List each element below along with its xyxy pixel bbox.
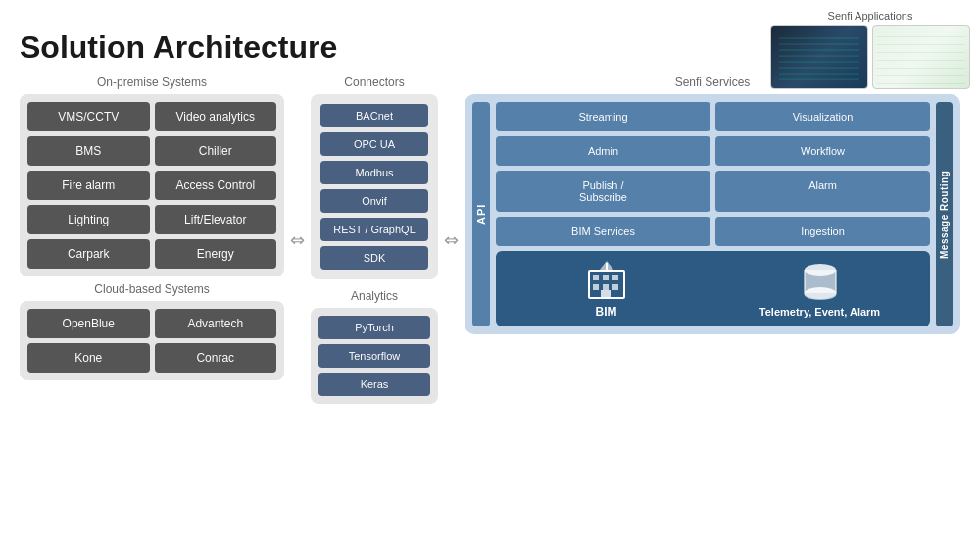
sys-energy: Energy bbox=[155, 239, 277, 269]
svc-alarm: Alarm bbox=[715, 171, 930, 212]
svg-rect-4 bbox=[593, 284, 599, 290]
sys-kone: Kone bbox=[27, 343, 150, 373]
sys-advantech: Advantech bbox=[155, 309, 277, 338]
svg-rect-3 bbox=[612, 275, 618, 280]
analytics-tensorflow: Tensorflow bbox=[318, 344, 430, 368]
right-services-column: Senfi Services API Streaming Visualizati… bbox=[465, 75, 960, 334]
cylinder-icon bbox=[801, 260, 840, 303]
svc-admin: Admin bbox=[496, 136, 710, 166]
svg-rect-5 bbox=[603, 284, 609, 290]
connectors-label: Connectors bbox=[311, 75, 438, 89]
cloud-section-label: Cloud-based Systems bbox=[20, 282, 284, 296]
sys-vms-cctv: VMS/CCTV bbox=[27, 102, 150, 131]
conn-onvif: Onvif bbox=[320, 189, 428, 213]
svg-rect-6 bbox=[612, 284, 618, 290]
analytics-box: PyTorch Tensorflow Keras bbox=[311, 308, 438, 404]
sys-openblue: OpenBlue bbox=[27, 309, 150, 338]
svc-workflow: Workflow bbox=[715, 136, 930, 166]
conn-bacnet: BACnet bbox=[320, 104, 428, 127]
sys-chiller: Chiller bbox=[155, 136, 277, 166]
svc-ingestion: Ingestion bbox=[715, 217, 930, 246]
sys-bms: BMS bbox=[27, 136, 150, 166]
svc-bim-services: BIM Services bbox=[496, 217, 710, 246]
svc-streaming: Streaming bbox=[496, 102, 710, 131]
svc-publish-subscribe: Publish /Subscribe bbox=[496, 171, 710, 212]
app-screenshot-table bbox=[872, 25, 970, 89]
analytics-keras: Keras bbox=[318, 373, 430, 396]
arrow-right: ⇔ bbox=[444, 229, 459, 251]
sys-carpark: Carpark bbox=[27, 239, 150, 269]
message-routing-label: Message Routing bbox=[936, 102, 953, 326]
svg-rect-7 bbox=[601, 290, 611, 298]
analytics-label: Analytics bbox=[311, 289, 438, 303]
svg-rect-1 bbox=[593, 275, 599, 280]
sys-lighting: Lighting bbox=[27, 205, 150, 234]
bim-label: BIM bbox=[596, 305, 617, 319]
senfi-apps-label: Senfi Applications bbox=[828, 10, 913, 22]
telemetry-cell: Telemetry, Event, Alarm bbox=[715, 259, 924, 319]
telemetry-label: Telemetry, Event, Alarm bbox=[760, 306, 880, 318]
services-top-grid: Streaming Visualization Admin Workflow P… bbox=[496, 102, 930, 246]
services-bottom: BIM Telemetry, Event, Alarm bbox=[496, 251, 930, 326]
building-icon bbox=[585, 259, 628, 302]
svc-visualization: Visualization bbox=[715, 102, 930, 131]
center-column: Connectors BACnet OPC UA Modbus Onvif RE… bbox=[311, 75, 438, 404]
bim-cell: BIM bbox=[502, 259, 710, 319]
cloud-box: OpenBlue Advantech Kone Conrac bbox=[20, 301, 284, 380]
senfi-services-grid: Streaming Visualization Admin Workflow P… bbox=[496, 102, 930, 326]
analytics-pytorch: PyTorch bbox=[318, 316, 430, 339]
page: Senfi Applications Solution Architecture… bbox=[0, 0, 980, 552]
svg-rect-2 bbox=[603, 275, 609, 280]
sys-conrac: Conrac bbox=[155, 343, 277, 373]
main-layout: On-premise Systems VMS/CCTV Video analyt… bbox=[20, 75, 960, 404]
senfi-applications-panel: Senfi Applications bbox=[770, 10, 970, 89]
conn-opc-ua: OPC UA bbox=[320, 132, 428, 156]
api-label: API bbox=[472, 102, 490, 326]
on-premise-section-label: On-premise Systems bbox=[20, 75, 284, 89]
conn-sdk: SDK bbox=[320, 246, 428, 270]
left-systems-column: On-premise Systems VMS/CCTV Video analyt… bbox=[20, 75, 284, 380]
conn-modbus: Modbus bbox=[320, 161, 428, 184]
on-premise-box: VMS/CCTV Video analytics BMS Chiller Fir… bbox=[20, 94, 284, 276]
arrow-left: ⇔ bbox=[290, 229, 305, 251]
senfi-services-box: API Streaming Visualization Admin Workfl… bbox=[465, 94, 960, 334]
on-premise-grid: VMS/CCTV Video analytics BMS Chiller Fir… bbox=[27, 102, 276, 269]
connectors-box: BACnet OPC UA Modbus Onvif REST / GraphQ… bbox=[311, 94, 438, 279]
app-screenshots bbox=[770, 25, 970, 89]
app-screenshot-3d bbox=[770, 25, 868, 89]
cloud-grid: OpenBlue Advantech Kone Conrac bbox=[27, 309, 276, 373]
svg-marker-9 bbox=[599, 261, 614, 271]
sys-access-control: Access Control bbox=[155, 171, 277, 200]
conn-rest-graphql: REST / GraphQL bbox=[320, 218, 428, 241]
sys-fire-alarm: Fire alarm bbox=[27, 171, 150, 200]
sys-lift-elevator: Lift/Elevator bbox=[155, 205, 277, 234]
sys-video-analytics: Video analytics bbox=[155, 102, 277, 131]
